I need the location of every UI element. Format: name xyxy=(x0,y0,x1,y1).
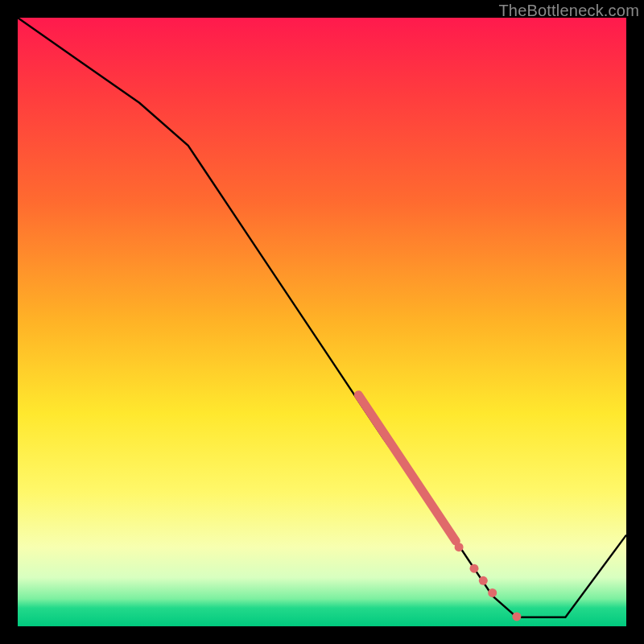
curve-dot xyxy=(455,543,464,551)
chart-frame: TheBottleneck.com xyxy=(0,0,644,644)
highlight-segment xyxy=(358,395,456,542)
bottleneck-curve xyxy=(18,18,626,617)
curve-dot xyxy=(470,564,479,573)
plot-area xyxy=(18,18,626,626)
curve-dot xyxy=(479,576,488,585)
watermark-text: TheBottleneck.com xyxy=(498,2,639,20)
curve-dot xyxy=(512,612,521,621)
curve-layer xyxy=(18,18,626,626)
curve-dot xyxy=(488,588,497,597)
